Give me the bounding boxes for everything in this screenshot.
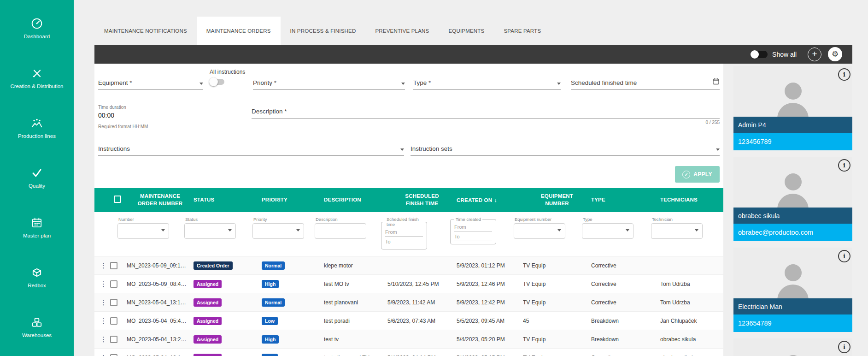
table-body: ⋮ MN_2023-05-09_09:12:03 Created Order N… (94, 256, 723, 356)
actions-toolbar: Show all + ⚙ (94, 45, 852, 64)
status-badge: Assigned (194, 280, 222, 288)
technician-name: obrabec sikula (733, 208, 852, 224)
col-scheduled: SCHEDULED FINISH TIME (387, 193, 457, 207)
time-duration-field: Time duration 00:00 Required format HH:M… (98, 105, 203, 129)
avatar (777, 173, 809, 208)
cell-description: test planovani (324, 299, 387, 306)
tab-in-process-finished[interactable]: IN PROCESS & FINISHED (281, 17, 366, 45)
priority-column-filter[interactable] (252, 223, 304, 239)
show-all-toggle[interactable] (751, 51, 768, 58)
main-area: MAINTENANCE NOTIFICATIONS MAINTENANCE OR… (74, 0, 868, 356)
scheduled-finished-time-field[interactable]: Scheduled finished time (571, 76, 720, 90)
cell-equipment: TV Equip (523, 281, 591, 287)
row-menu-icon[interactable]: ⋮ (100, 335, 105, 344)
type-column-filter[interactable] (582, 223, 633, 239)
description-column-filter[interactable] (315, 223, 366, 239)
tab-spare-parts[interactable]: SPARE PARTS (494, 17, 551, 45)
cell-created: 5/9/2023, 12:46 PM (457, 281, 523, 287)
equipment-filter-dropdown[interactable]: Equipment * (98, 76, 203, 90)
filters-section: Equipment * All instructions Priority * … (94, 64, 723, 188)
row-checkbox[interactable] (110, 280, 117, 288)
table-row[interactable]: ⋮ MO_2023-05-04_05:45:08 Assigned Low te… (94, 312, 723, 330)
info-icon[interactable]: i (838, 250, 850, 262)
info-icon[interactable]: i (838, 159, 850, 172)
table-row[interactable]: ⋮ MN_2023-05-09_09:12:03 Created Order N… (94, 256, 723, 275)
row-checkbox[interactable] (110, 354, 117, 356)
description-input[interactable]: Description * (252, 105, 720, 119)
equipment-number-filter[interactable] (514, 223, 565, 239)
cell-description: test tv (324, 336, 387, 343)
description-label: Description * (252, 108, 287, 115)
sidebar-item-redbox[interactable]: Redbox (0, 253, 74, 303)
sidebar-item-label: Dashboard (23, 34, 51, 40)
tab-preventive-plans[interactable]: PREVENTIVE PLANS (365, 17, 439, 45)
production-line-icon (31, 117, 43, 129)
sidebar-item-warehouses[interactable]: Warehouses (0, 303, 74, 352)
sidebar-item-label: Warehouses (21, 332, 53, 339)
technician-filter[interactable] (651, 223, 703, 239)
chevron-down-icon (199, 83, 203, 85)
sidebar-item-label: Master plan (22, 233, 52, 239)
info-icon[interactable]: i (838, 341, 850, 353)
row-menu-icon[interactable]: ⋮ (100, 280, 105, 288)
tab-equipments[interactable]: EQUIPMENTS (439, 17, 494, 45)
sort-desc-icon[interactable]: ↓ (494, 196, 497, 203)
apply-button[interactable]: ✓ APPLY (675, 166, 720, 183)
warehouse-icon (31, 316, 43, 328)
instructions-dropdown[interactable]: Instructions (98, 142, 404, 156)
priority-badge: Normal (262, 298, 285, 307)
priority-badge: Normal (262, 261, 285, 270)
row-checkbox[interactable] (110, 262, 117, 269)
number-filter[interactable] (117, 223, 169, 239)
tab-maintenance-orders[interactable]: MAINTENANCE ORDERS (197, 17, 281, 45)
type-filter-dropdown[interactable]: Type * (413, 76, 561, 90)
table-row[interactable]: ⋮ MN_2023-05-04_13:13:24 Assigned Normal… (94, 293, 723, 312)
technician-card: i Electrician Man 123654789 (733, 248, 852, 332)
scheduled-to-input[interactable]: To (385, 237, 423, 246)
priority-filter-dropdown[interactable]: Priority * (253, 76, 405, 90)
technician-name: Admin P4 (733, 117, 852, 133)
instruction-sets-dropdown[interactable]: Instruction sets (411, 142, 720, 156)
row-checkbox[interactable] (110, 317, 117, 325)
chevron-down-icon (716, 148, 720, 151)
calendar-icon[interactable] (712, 77, 720, 86)
sidebar-nav: Dashboard Creation & Distribution Produc… (0, 0, 74, 356)
row-menu-icon[interactable]: ⋮ (100, 354, 105, 356)
created-to-input[interactable]: To (454, 231, 492, 241)
col-type: TYPE (591, 196, 660, 204)
select-all-checkbox[interactable] (114, 196, 121, 203)
technician-card: i Admin P4 123456789 (733, 66, 852, 150)
scheduled-from-input[interactable]: From (385, 227, 423, 237)
table-row[interactable]: ⋮ MO_2023-05-04_13:20:27 Assigned High t… (94, 330, 723, 349)
check-circle-icon: ✓ (682, 171, 690, 178)
created-from-input[interactable]: From (454, 222, 492, 231)
description-char-counter: 0 / 255 (252, 120, 720, 125)
table-row[interactable]: ⋮ MO_2023-05-04_13:15:08 Assigned Low te… (94, 349, 723, 356)
row-menu-icon[interactable]: ⋮ (100, 298, 105, 307)
priority-badge: High (262, 280, 279, 288)
all-instructions-toggle[interactable] (210, 79, 224, 85)
sidebar-item-dashboard[interactable]: Dashboard (0, 4, 74, 53)
settings-gear-icon[interactable]: ⚙ (828, 47, 842, 61)
row-checkbox[interactable] (110, 299, 117, 306)
created-range-filter: Time created From To (450, 217, 496, 244)
col-technicians: TECHNICIANS (660, 196, 723, 204)
cell-type: Breakdown (591, 318, 660, 324)
time-duration-input[interactable]: 00:00 (98, 110, 203, 122)
row-checkbox[interactable] (110, 336, 117, 343)
row-menu-icon[interactable]: ⋮ (100, 261, 105, 270)
sidebar-item-creation-distribution[interactable]: Creation & Distribution (0, 53, 74, 103)
sidebar-item-production-lines[interactable]: Production lines (0, 103, 74, 153)
status-filter[interactable] (184, 223, 236, 239)
tools-icon (31, 67, 43, 79)
tab-maintenance-notifications[interactable]: MAINTENANCE NOTIFICATIONS (94, 17, 197, 45)
table-row[interactable]: ⋮ MO_2023-05-09_08:46:36 Assigned High t… (94, 275, 723, 293)
row-menu-icon[interactable]: ⋮ (100, 317, 105, 325)
cell-equipment: TV Equip (523, 299, 591, 306)
cell-technicians: obrabec sikula (660, 355, 723, 356)
sidebar-item-master-plan[interactable]: Master plan (0, 203, 74, 253)
cell-equipment: TV Equip (523, 355, 591, 356)
info-icon[interactable]: i (838, 68, 850, 81)
sidebar-item-quality[interactable]: Quality (0, 153, 74, 203)
add-button[interactable]: + (808, 47, 821, 61)
